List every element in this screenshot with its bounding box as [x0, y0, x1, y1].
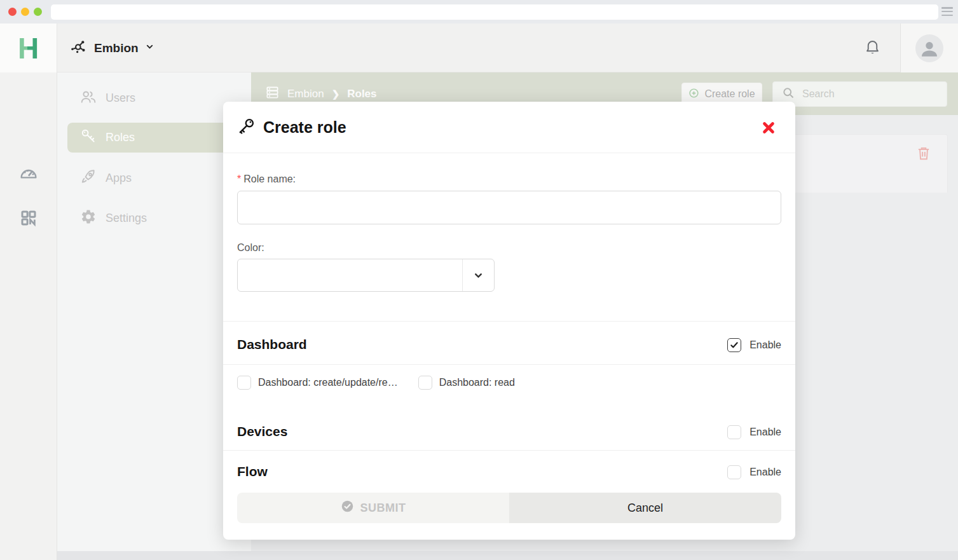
- devices-enable-checkbox[interactable]: [727, 425, 741, 439]
- role-name-input[interactable]: [237, 191, 781, 224]
- app-logo[interactable]: H: [0, 24, 57, 72]
- user-menu[interactable]: [901, 24, 958, 72]
- devices-enable: Enable: [727, 425, 781, 439]
- enable-label: Enable: [749, 467, 781, 478]
- window-close-button[interactable]: [8, 8, 17, 16]
- grid-icon: [19, 208, 38, 230]
- screen: H Embion: [0, 0, 958, 560]
- section-title-devices: Devices: [237, 424, 287, 439]
- submit-label: SUBMIT: [360, 502, 406, 515]
- apps-rail-button[interactable]: [0, 201, 57, 237]
- section-divider: [223, 321, 795, 322]
- cancel-label: Cancel: [627, 502, 663, 515]
- dashboard-enable-checkbox[interactable]: [727, 338, 741, 352]
- icon-rail: [0, 72, 57, 560]
- notifications-button[interactable]: [845, 24, 901, 72]
- org-name: Embion: [94, 41, 139, 55]
- gauge-icon: [18, 163, 39, 186]
- role-name-label: *Role name:: [237, 174, 296, 185]
- avatar-icon: [915, 34, 943, 62]
- required-marker: *: [237, 174, 241, 184]
- color-select[interactable]: [237, 259, 495, 292]
- dashboard-permissions: Dashboard: create/update/re… Dashboard: …: [237, 376, 530, 390]
- url-bar[interactable]: [51, 4, 938, 20]
- enable-label: Enable: [749, 427, 781, 438]
- permission-item: Dashboard: read: [418, 376, 515, 390]
- section-divider: [223, 364, 795, 365]
- modal-title: Create role: [263, 118, 346, 137]
- permission-label: Dashboard: read: [439, 377, 515, 388]
- close-icon[interactable]: [761, 120, 776, 135]
- window-zoom-button[interactable]: [34, 8, 42, 16]
- window-minimize-button[interactable]: [21, 8, 29, 16]
- chevron-down-icon: [463, 259, 494, 291]
- check-circle-icon: [341, 500, 354, 516]
- color-label: Color:: [237, 242, 264, 254]
- logo-letter: H: [18, 34, 39, 63]
- modal-footer: SUBMIT Cancel: [237, 493, 781, 523]
- color-select-value: [238, 259, 463, 291]
- section-title-flow: Flow: [237, 464, 268, 479]
- chevron-down-icon: [145, 42, 154, 54]
- permission-item: Dashboard: create/update/re…: [237, 376, 398, 390]
- permission-checkbox[interactable]: [237, 376, 251, 390]
- permission-label: Dashboard: create/update/re…: [258, 377, 398, 388]
- org-switcher[interactable]: Embion: [70, 24, 154, 72]
- cancel-button[interactable]: Cancel: [509, 493, 781, 523]
- browser-menu-icon[interactable]: [941, 7, 953, 16]
- key-icon: [237, 117, 256, 138]
- app-header: H Embion: [0, 24, 958, 72]
- create-role-modal: Create role *Role name: Color: Dashboard…: [223, 102, 795, 540]
- flow-enable-checkbox[interactable]: [727, 465, 741, 479]
- section-divider: [223, 450, 795, 451]
- section-title-dashboard: Dashboard: [237, 337, 307, 352]
- enable-label: Enable: [749, 339, 781, 351]
- dashboard-enable: Enable: [727, 338, 781, 352]
- flow-enable: Enable: [727, 465, 781, 479]
- hub-icon: [70, 38, 88, 58]
- submit-button[interactable]: SUBMIT: [237, 493, 509, 523]
- permission-checkbox[interactable]: [418, 376, 432, 390]
- browser-chrome: [0, 0, 958, 24]
- modal-header: Create role: [223, 102, 795, 153]
- bell-icon: [864, 38, 881, 58]
- dashboard-rail-button[interactable]: [0, 156, 57, 192]
